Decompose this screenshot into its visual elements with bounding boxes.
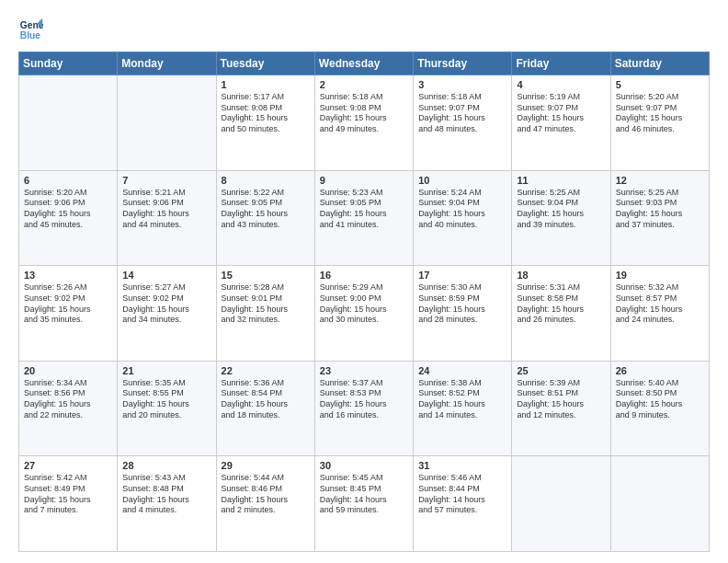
day-info-line: Sunset: 8:55 PM	[122, 388, 210, 399]
day-number: 6	[24, 175, 112, 186]
day-info-line: Sunrise: 5:25 AM	[616, 188, 704, 199]
day-number: 21	[122, 365, 210, 376]
day-info-line: Daylight: 14 hours	[320, 495, 408, 506]
day-info-line: Sunset: 8:54 PM	[222, 388, 310, 399]
day-info-line: Sunset: 8:57 PM	[616, 293, 704, 304]
day-info-line: Daylight: 15 hours	[418, 209, 506, 220]
day-info-line: Daylight: 15 hours	[122, 209, 210, 220]
calendar-cell: 18Sunrise: 5:31 AMSunset: 8:58 PMDayligh…	[512, 266, 610, 362]
day-info-line: Sunset: 8:52 PM	[418, 388, 506, 399]
day-info-line: Daylight: 14 hours	[418, 495, 506, 506]
day-number: 28	[122, 460, 210, 471]
day-info-line: Sunset: 8:53 PM	[320, 388, 408, 399]
day-info-line: and 12 minutes.	[517, 410, 605, 421]
day-number: 10	[418, 175, 506, 186]
day-info-line: Daylight: 15 hours	[122, 304, 210, 316]
calendar-cell: 10Sunrise: 5:24 AMSunset: 9:04 PMDayligh…	[414, 170, 512, 266]
day-info-line: Sunrise: 5:43 AM	[122, 473, 210, 484]
day-number: 24	[418, 365, 506, 376]
day-info-line: Sunrise: 5:25 AM	[517, 188, 605, 199]
day-info-line: Sunset: 9:07 PM	[418, 103, 506, 114]
day-number: 25	[517, 365, 605, 376]
day-info-line: Sunrise: 5:31 AM	[517, 282, 605, 293]
day-info-line: and 30 minutes.	[320, 315, 408, 326]
day-info-line: Sunset: 8:50 PM	[616, 388, 704, 399]
day-info-line: Sunset: 9:02 PM	[24, 293, 112, 304]
day-number: 11	[517, 175, 605, 186]
day-info-line: Daylight: 15 hours	[24, 399, 112, 410]
calendar-cell: 5Sunrise: 5:20 AMSunset: 9:07 PMDaylight…	[610, 75, 709, 171]
calendar-cell: 23Sunrise: 5:37 AMSunset: 8:53 PMDayligh…	[314, 361, 413, 456]
calendar-cell: 13Sunrise: 5:26 AMSunset: 9:02 PMDayligh…	[19, 266, 118, 362]
calendar-cell: 22Sunrise: 5:36 AMSunset: 8:54 PMDayligh…	[216, 361, 314, 456]
day-info-line: Sunset: 8:51 PM	[517, 388, 605, 399]
day-info-line: and 9 minutes.	[616, 410, 704, 421]
day-number: 13	[24, 270, 112, 281]
day-info-line: and 37 minutes.	[616, 220, 704, 231]
calendar-cell: 26Sunrise: 5:40 AMSunset: 8:50 PMDayligh…	[610, 361, 709, 456]
day-info-line: Daylight: 15 hours	[222, 495, 310, 506]
day-info-line: Daylight: 15 hours	[320, 304, 408, 316]
day-info-line: Sunrise: 5:18 AM	[320, 92, 408, 103]
calendar-cell: 19Sunrise: 5:32 AMSunset: 8:57 PMDayligh…	[610, 266, 709, 362]
day-info-line: Sunrise: 5:44 AM	[222, 473, 310, 484]
day-number: 18	[517, 270, 605, 281]
calendar-cell: 1Sunrise: 5:17 AMSunset: 9:08 PMDaylight…	[216, 75, 314, 171]
day-info-line: and 50 minutes.	[222, 124, 310, 135]
day-info-line: and 7 minutes.	[24, 505, 112, 516]
day-info-line: Daylight: 15 hours	[517, 399, 605, 410]
page: General Blue SundayMondayTuesdayWednesda…	[0, 0, 728, 563]
calendar-cell: 4Sunrise: 5:19 AMSunset: 9:07 PMDaylight…	[512, 75, 610, 171]
day-number: 9	[320, 175, 408, 186]
day-info-line: Daylight: 15 hours	[616, 113, 704, 124]
day-info-line: Sunrise: 5:28 AM	[222, 282, 310, 293]
day-info-line: Daylight: 15 hours	[222, 209, 310, 220]
day-info-line: Sunrise: 5:19 AM	[517, 92, 605, 103]
day-info-line: and 49 minutes.	[320, 124, 408, 135]
day-info-line: Sunrise: 5:18 AM	[418, 92, 506, 103]
calendar-cell: 14Sunrise: 5:27 AMSunset: 9:02 PMDayligh…	[118, 266, 216, 362]
weekday-header-monday: Monday	[118, 52, 216, 75]
day-info-line: and 26 minutes.	[517, 315, 605, 326]
calendar-body: 1Sunrise: 5:17 AMSunset: 9:08 PMDaylight…	[19, 75, 710, 552]
day-number: 16	[320, 270, 408, 281]
day-info-line: Daylight: 15 hours	[616, 304, 704, 316]
calendar-cell	[19, 75, 118, 171]
day-info-line: and 45 minutes.	[24, 220, 112, 231]
calendar-cell: 31Sunrise: 5:46 AMSunset: 8:44 PMDayligh…	[414, 456, 512, 552]
weekday-header-row: SundayMondayTuesdayWednesdayThursdayFrid…	[19, 52, 710, 75]
day-info-line: Sunrise: 5:32 AM	[616, 282, 704, 293]
day-info-line: Daylight: 15 hours	[320, 113, 408, 124]
day-info-line: Sunset: 9:04 PM	[517, 198, 605, 209]
day-info-line: and 20 minutes.	[122, 410, 210, 421]
day-info-line: Daylight: 15 hours	[222, 113, 310, 124]
day-info-line: Sunrise: 5:46 AM	[418, 473, 506, 484]
day-info-line: Sunrise: 5:20 AM	[616, 92, 704, 103]
day-number: 14	[122, 270, 210, 281]
day-info-line: Sunset: 9:05 PM	[320, 198, 408, 209]
day-info-line: Sunset: 8:45 PM	[320, 484, 408, 495]
calendar-cell: 30Sunrise: 5:45 AMSunset: 8:45 PMDayligh…	[314, 456, 413, 552]
day-info-line: and 47 minutes.	[517, 124, 605, 135]
day-info-line: Sunset: 8:46 PM	[222, 484, 310, 495]
day-info-line: and 44 minutes.	[122, 220, 210, 231]
day-number: 1	[222, 79, 310, 90]
day-number: 7	[122, 175, 210, 186]
day-info-line: Daylight: 15 hours	[418, 399, 506, 410]
day-info-line: Sunset: 9:04 PM	[418, 198, 506, 209]
day-info-line: Sunrise: 5:42 AM	[24, 473, 112, 484]
day-info-line: and 41 minutes.	[320, 220, 408, 231]
day-info-line: and 40 minutes.	[418, 220, 506, 231]
day-info-line: Sunset: 8:56 PM	[24, 388, 112, 399]
calendar-cell: 9Sunrise: 5:23 AMSunset: 9:05 PMDaylight…	[314, 170, 413, 266]
weekday-header-tuesday: Tuesday	[216, 52, 314, 75]
day-info-line: Sunrise: 5:17 AM	[222, 92, 310, 103]
day-info-line: and 24 minutes.	[616, 315, 704, 326]
calendar-cell: 29Sunrise: 5:44 AMSunset: 8:46 PMDayligh…	[216, 456, 314, 552]
calendar-cell: 28Sunrise: 5:43 AMSunset: 8:48 PMDayligh…	[118, 456, 216, 552]
day-number: 23	[320, 365, 408, 376]
calendar-table: SundayMondayTuesdayWednesdayThursdayFrid…	[18, 52, 710, 552]
weekday-header-thursday: Thursday	[414, 52, 512, 75]
calendar-cell	[118, 75, 216, 171]
day-number: 5	[616, 79, 704, 90]
